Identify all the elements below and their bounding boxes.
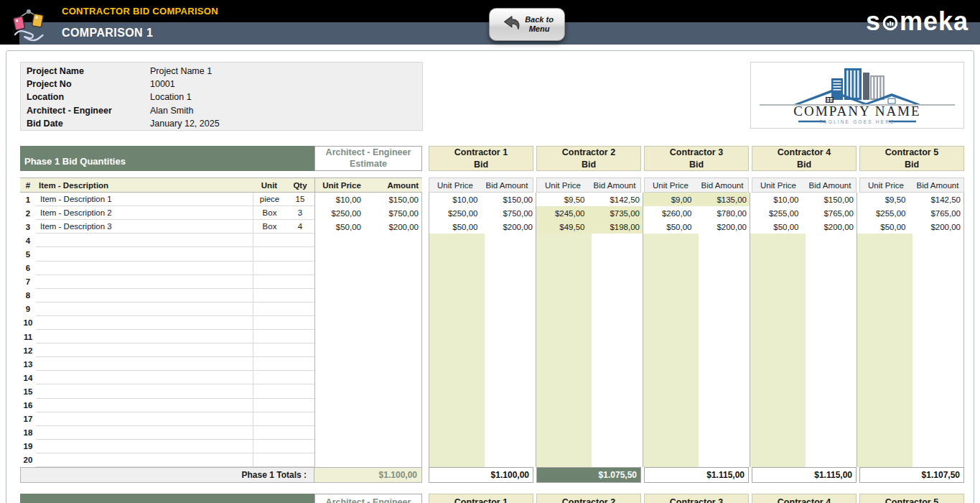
bid-unit-price-cell[interactable] <box>536 316 592 330</box>
bid-unit-price-cell[interactable] <box>536 384 592 398</box>
bid-unit-price-cell[interactable] <box>536 371 592 384</box>
qty-cell[interactable] <box>286 384 314 398</box>
estimate-unit-price-cell[interactable] <box>314 275 368 289</box>
bid-unit-price-cell[interactable] <box>857 357 913 371</box>
bid-unit-price-cell[interactable] <box>857 399 913 412</box>
bid-unit-price-cell[interactable] <box>429 399 485 412</box>
bid-unit-price-cell[interactable] <box>429 303 485 316</box>
bid-unit-price-cell[interactable] <box>643 440 699 453</box>
bid-unit-price-cell[interactable] <box>643 247 699 261</box>
item-description-cell[interactable] <box>36 262 253 275</box>
unit-cell[interactable] <box>253 303 286 316</box>
estimate-unit-price-cell[interactable]: $250,00 <box>314 206 368 220</box>
bid-unit-price-cell[interactable]: $49,50 <box>536 220 592 234</box>
bid-unit-price-cell[interactable] <box>857 453 913 467</box>
bid-unit-price-cell[interactable]: $245,00 <box>536 206 592 220</box>
location-value[interactable]: Location 1 <box>150 92 422 102</box>
bid-unit-price-cell[interactable] <box>857 440 913 453</box>
bid-unit-price-cell[interactable] <box>750 440 806 453</box>
unit-cell[interactable] <box>253 453 286 467</box>
unit-cell[interactable] <box>253 440 286 453</box>
bid-unit-price-cell[interactable] <box>643 262 699 275</box>
bid-unit-price-cell[interactable] <box>857 371 913 384</box>
item-description-cell[interactable] <box>36 330 253 343</box>
bid-unit-price-cell[interactable] <box>750 453 806 467</box>
unit-cell[interactable] <box>253 371 286 384</box>
back-to-menu-button[interactable]: Back to Menu <box>489 8 565 41</box>
bid-unit-price-cell[interactable] <box>750 316 806 330</box>
estimate-unit-price-cell[interactable] <box>314 247 368 261</box>
bid-unit-price-cell[interactable] <box>750 262 806 275</box>
unit-cell[interactable]: Box <box>253 220 286 234</box>
bid-unit-price-cell[interactable] <box>429 247 485 261</box>
bid-unit-price-cell[interactable] <box>643 303 699 316</box>
bid-unit-price-cell[interactable] <box>643 357 699 371</box>
bid-unit-price-cell[interactable] <box>750 384 806 398</box>
bid-unit-price-cell[interactable] <box>750 330 806 343</box>
item-description-cell[interactable] <box>36 303 253 316</box>
qty-cell[interactable] <box>286 247 314 261</box>
bid-unit-price-cell[interactable]: $255,00 <box>857 206 913 220</box>
qty-cell[interactable] <box>286 371 314 384</box>
unit-cell[interactable] <box>253 384 286 398</box>
bid-unit-price-cell[interactable]: $10,00 <box>750 193 806 206</box>
item-description-cell[interactable] <box>36 384 253 398</box>
item-description-cell[interactable]: Item - Description 2 <box>36 206 253 220</box>
bid-date-value[interactable]: January 12, 2025 <box>150 119 422 129</box>
item-description-cell[interactable] <box>36 247 253 261</box>
estimate-unit-price-cell[interactable] <box>314 316 368 330</box>
bid-unit-price-cell[interactable] <box>857 262 913 275</box>
unit-cell[interactable] <box>253 234 286 247</box>
bid-unit-price-cell[interactable] <box>536 357 592 371</box>
bid-unit-price-cell[interactable] <box>750 371 806 384</box>
qty-cell[interactable] <box>286 234 314 247</box>
bid-unit-price-cell[interactable]: $255,00 <box>750 206 806 220</box>
qty-cell[interactable]: 4 <box>286 220 314 234</box>
item-description-cell[interactable]: Item - Description 3 <box>36 220 253 234</box>
project-name-value[interactable]: Project Name 1 <box>150 66 422 76</box>
bid-unit-price-cell[interactable]: $9,50 <box>536 193 592 206</box>
bid-unit-price-cell[interactable]: $9,00 <box>643 193 699 206</box>
unit-cell[interactable] <box>253 357 286 371</box>
bid-unit-price-cell[interactable] <box>643 316 699 330</box>
estimate-unit-price-cell[interactable] <box>314 412 368 426</box>
item-description-cell[interactable] <box>36 234 253 247</box>
estimate-unit-price-cell[interactable] <box>314 234 368 247</box>
bid-unit-price-cell[interactable] <box>643 412 699 426</box>
bid-unit-price-cell[interactable] <box>429 316 485 330</box>
qty-cell[interactable] <box>286 426 314 440</box>
bid-unit-price-cell[interactable] <box>429 343 485 357</box>
estimate-unit-price-cell[interactable] <box>314 371 368 384</box>
bid-unit-price-cell[interactable]: $50,00 <box>857 220 913 234</box>
unit-cell[interactable] <box>253 275 286 289</box>
item-description-cell[interactable] <box>36 426 253 440</box>
bid-unit-price-cell[interactable] <box>429 262 485 275</box>
bid-unit-price-cell[interactable] <box>643 453 699 467</box>
bid-unit-price-cell[interactable] <box>429 384 485 398</box>
bid-unit-price-cell[interactable] <box>750 426 806 440</box>
bid-unit-price-cell[interactable] <box>536 303 592 316</box>
unit-cell[interactable] <box>253 399 286 412</box>
bid-unit-price-cell[interactable] <box>536 399 592 412</box>
qty-cell[interactable] <box>286 303 314 316</box>
bid-unit-price-cell[interactable] <box>857 426 913 440</box>
bid-unit-price-cell[interactable] <box>536 343 592 357</box>
unit-cell[interactable] <box>253 343 286 357</box>
qty-cell[interactable] <box>286 343 314 357</box>
bid-unit-price-cell[interactable]: $250,00 <box>429 206 485 220</box>
project-no-value[interactable]: 10001 <box>150 79 422 89</box>
qty-cell[interactable] <box>286 275 314 289</box>
bid-unit-price-cell[interactable] <box>536 412 592 426</box>
qty-cell[interactable] <box>286 453 314 467</box>
bid-unit-price-cell[interactable] <box>857 303 913 316</box>
item-description-cell[interactable] <box>36 440 253 453</box>
item-description-cell[interactable] <box>36 399 253 412</box>
qty-cell[interactable]: 3 <box>286 206 314 220</box>
unit-cell[interactable] <box>253 247 286 261</box>
qty-cell[interactable] <box>286 399 314 412</box>
bid-unit-price-cell[interactable] <box>536 330 592 343</box>
bid-unit-price-cell[interactable]: $50,00 <box>643 220 699 234</box>
unit-cell[interactable] <box>253 316 286 330</box>
bid-unit-price-cell[interactable]: $9,50 <box>857 193 913 206</box>
qty-cell[interactable] <box>286 357 314 371</box>
